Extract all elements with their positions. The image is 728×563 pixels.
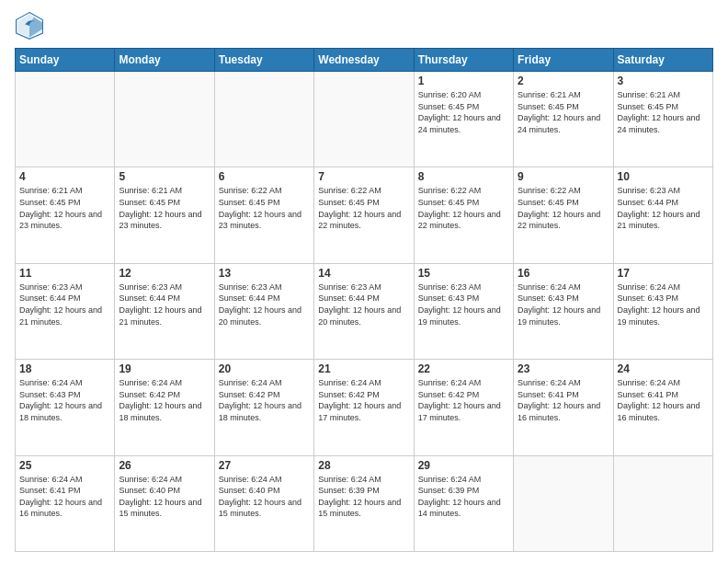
day-cell: 29Sunrise: 6:24 AM Sunset: 6:39 PM Dayli… — [414, 455, 513, 551]
day-number: 27 — [219, 459, 310, 472]
week-row-3: 11Sunrise: 6:23 AM Sunset: 6:44 PM Dayli… — [16, 263, 713, 359]
day-cell: 20Sunrise: 6:24 AM Sunset: 6:42 PM Dayli… — [214, 360, 313, 455]
day-cell — [613, 455, 712, 551]
day-info: Sunrise: 6:23 AM Sunset: 6:44 PM Dayligh… — [618, 185, 709, 231]
day-number: 23 — [518, 362, 609, 375]
day-info: Sunrise: 6:22 AM Sunset: 6:45 PM Dayligh… — [219, 185, 310, 231]
day-number: 5 — [119, 170, 210, 183]
day-number: 18 — [19, 362, 110, 375]
day-number: 22 — [418, 362, 509, 375]
weekday-sunday: Sunday — [16, 49, 115, 72]
day-info: Sunrise: 6:20 AM Sunset: 6:45 PM Dayligh… — [418, 89, 509, 135]
day-cell: 8Sunrise: 6:22 AM Sunset: 6:45 PM Daylig… — [414, 167, 513, 263]
logo-icon — [15, 11, 44, 40]
day-cell: 3Sunrise: 6:21 AM Sunset: 6:45 PM Daylig… — [613, 72, 712, 167]
day-number: 15 — [418, 267, 509, 280]
day-cell — [214, 72, 313, 167]
day-number: 17 — [618, 267, 709, 280]
day-cell: 15Sunrise: 6:23 AM Sunset: 6:43 PM Dayli… — [414, 263, 513, 359]
day-cell — [314, 72, 414, 167]
day-number: 16 — [518, 267, 609, 280]
day-cell: 5Sunrise: 6:21 AM Sunset: 6:45 PM Daylig… — [115, 167, 214, 263]
day-number: 10 — [618, 170, 709, 183]
day-info: Sunrise: 6:24 AM Sunset: 6:42 PM Dayligh… — [418, 377, 509, 423]
day-info: Sunrise: 6:24 AM Sunset: 6:41 PM Dayligh… — [518, 377, 609, 423]
weekday-friday: Friday — [514, 49, 613, 72]
day-info: Sunrise: 6:24 AM Sunset: 6:43 PM Dayligh… — [518, 282, 609, 327]
week-row-2: 4Sunrise: 6:21 AM Sunset: 6:45 PM Daylig… — [16, 167, 713, 263]
day-number: 25 — [19, 459, 110, 472]
weekday-wednesday: Wednesday — [314, 49, 414, 72]
day-number: 13 — [219, 267, 310, 280]
day-info: Sunrise: 6:24 AM Sunset: 6:42 PM Dayligh… — [318, 377, 409, 423]
day-cell: 6Sunrise: 6:22 AM Sunset: 6:45 PM Daylig… — [214, 167, 313, 263]
day-cell: 4Sunrise: 6:21 AM Sunset: 6:45 PM Daylig… — [16, 167, 115, 263]
day-number: 26 — [119, 459, 210, 472]
day-info: Sunrise: 6:23 AM Sunset: 6:44 PM Dayligh… — [119, 282, 210, 327]
day-info: Sunrise: 6:24 AM Sunset: 6:39 PM Dayligh… — [418, 474, 509, 520]
day-cell: 18Sunrise: 6:24 AM Sunset: 6:43 PM Dayli… — [16, 360, 115, 455]
day-cell: 11Sunrise: 6:23 AM Sunset: 6:44 PM Dayli… — [16, 263, 115, 359]
logo — [15, 11, 48, 40]
day-number: 9 — [518, 170, 609, 183]
day-cell: 16Sunrise: 6:24 AM Sunset: 6:43 PM Dayli… — [514, 263, 613, 359]
day-number: 20 — [219, 362, 310, 375]
day-info: Sunrise: 6:24 AM Sunset: 6:40 PM Dayligh… — [219, 474, 310, 520]
header — [15, 11, 713, 40]
weekday-saturday: Saturday — [613, 49, 712, 72]
day-info: Sunrise: 6:24 AM Sunset: 6:39 PM Dayligh… — [318, 474, 409, 520]
day-cell: 1Sunrise: 6:20 AM Sunset: 6:45 PM Daylig… — [414, 72, 513, 167]
day-info: Sunrise: 6:21 AM Sunset: 6:45 PM Dayligh… — [618, 89, 709, 135]
day-number: 11 — [19, 267, 110, 280]
day-cell: 12Sunrise: 6:23 AM Sunset: 6:44 PM Dayli… — [115, 263, 214, 359]
day-info: Sunrise: 6:24 AM Sunset: 6:42 PM Dayligh… — [119, 377, 210, 423]
day-cell: 28Sunrise: 6:24 AM Sunset: 6:39 PM Dayli… — [314, 455, 414, 551]
day-cell: 24Sunrise: 6:24 AM Sunset: 6:41 PM Dayli… — [613, 360, 712, 455]
day-info: Sunrise: 6:23 AM Sunset: 6:43 PM Dayligh… — [418, 282, 509, 327]
day-cell: 9Sunrise: 6:22 AM Sunset: 6:45 PM Daylig… — [514, 167, 613, 263]
day-number: 14 — [318, 267, 409, 280]
day-number: 21 — [318, 362, 409, 375]
day-cell: 10Sunrise: 6:23 AM Sunset: 6:44 PM Dayli… — [613, 167, 712, 263]
day-cell — [514, 455, 613, 551]
weekday-tuesday: Tuesday — [214, 49, 313, 72]
week-row-5: 25Sunrise: 6:24 AM Sunset: 6:41 PM Dayli… — [16, 455, 713, 551]
day-cell: 13Sunrise: 6:23 AM Sunset: 6:44 PM Dayli… — [214, 263, 313, 359]
day-number: 12 — [119, 267, 210, 280]
day-number: 19 — [119, 362, 210, 375]
day-info: Sunrise: 6:24 AM Sunset: 6:43 PM Dayligh… — [618, 282, 709, 327]
day-number: 1 — [418, 75, 509, 87]
day-info: Sunrise: 6:24 AM Sunset: 6:40 PM Dayligh… — [119, 474, 210, 520]
day-info: Sunrise: 6:22 AM Sunset: 6:45 PM Dayligh… — [518, 185, 609, 231]
day-info: Sunrise: 6:24 AM Sunset: 6:42 PM Dayligh… — [219, 377, 310, 423]
week-row-1: 1Sunrise: 6:20 AM Sunset: 6:45 PM Daylig… — [16, 72, 713, 167]
day-cell: 25Sunrise: 6:24 AM Sunset: 6:41 PM Dayli… — [16, 455, 115, 551]
day-info: Sunrise: 6:22 AM Sunset: 6:45 PM Dayligh… — [318, 185, 409, 231]
day-info: Sunrise: 6:24 AM Sunset: 6:43 PM Dayligh… — [19, 377, 110, 423]
day-number: 4 — [19, 170, 110, 183]
day-number: 29 — [418, 459, 509, 472]
day-cell: 23Sunrise: 6:24 AM Sunset: 6:41 PM Dayli… — [514, 360, 613, 455]
weekday-header-row: SundayMondayTuesdayWednesdayThursdayFrid… — [16, 49, 713, 72]
weekday-monday: Monday — [115, 49, 214, 72]
day-number: 24 — [618, 362, 709, 375]
day-cell — [16, 72, 115, 167]
day-cell: 26Sunrise: 6:24 AM Sunset: 6:40 PM Dayli… — [115, 455, 214, 551]
day-info: Sunrise: 6:21 AM Sunset: 6:45 PM Dayligh… — [518, 89, 609, 135]
day-cell: 17Sunrise: 6:24 AM Sunset: 6:43 PM Dayli… — [613, 263, 712, 359]
day-number: 28 — [318, 459, 409, 472]
day-cell — [115, 72, 214, 167]
day-info: Sunrise: 6:21 AM Sunset: 6:45 PM Dayligh… — [19, 185, 110, 231]
day-number: 3 — [618, 75, 709, 87]
day-info: Sunrise: 6:21 AM Sunset: 6:45 PM Dayligh… — [119, 185, 210, 231]
week-row-4: 18Sunrise: 6:24 AM Sunset: 6:43 PM Dayli… — [16, 360, 713, 455]
day-info: Sunrise: 6:23 AM Sunset: 6:44 PM Dayligh… — [318, 282, 409, 327]
day-cell: 7Sunrise: 6:22 AM Sunset: 6:45 PM Daylig… — [314, 167, 414, 263]
calendar-table: SundayMondayTuesdayWednesdayThursdayFrid… — [15, 48, 713, 552]
page: SundayMondayTuesdayWednesdayThursdayFrid… — [0, 0, 728, 563]
day-number: 6 — [219, 170, 310, 183]
day-cell: 2Sunrise: 6:21 AM Sunset: 6:45 PM Daylig… — [514, 72, 613, 167]
day-info: Sunrise: 6:24 AM Sunset: 6:41 PM Dayligh… — [618, 377, 709, 423]
day-info: Sunrise: 6:23 AM Sunset: 6:44 PM Dayligh… — [219, 282, 310, 327]
day-number: 2 — [518, 75, 609, 87]
